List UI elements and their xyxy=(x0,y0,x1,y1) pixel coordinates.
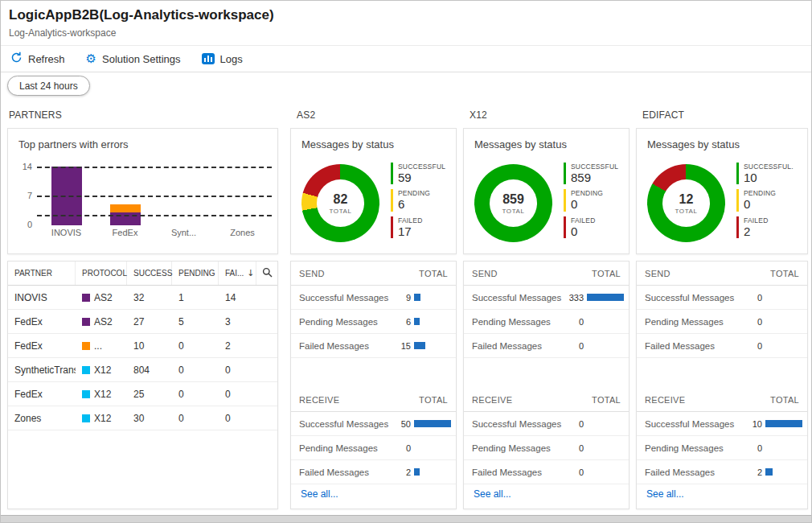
column-header-failed[interactable]: FAI... ↓ xyxy=(219,262,256,285)
legend-item-successful: SUCCESSFUL 859 xyxy=(564,163,625,184)
total-label: TOTAL xyxy=(770,269,799,278)
solution-settings-button[interactable]: ⚙ Solution Settings xyxy=(86,53,181,65)
x12-donut-chart[interactable]: 859 TOTAL xyxy=(474,164,552,242)
x12-send-section: SEND TOTAL Successful Messages 333 Pendi… xyxy=(464,262,629,358)
table-row[interactable]: SyntheticTrans X12 804 0 0 xyxy=(8,358,277,382)
partners-errors-chart-card: Top partners with errors 14 7 0 INOVIS F… xyxy=(7,128,278,254)
table-search-button[interactable] xyxy=(256,262,277,285)
partner-name: FedEx xyxy=(8,389,76,400)
section-label-as2: AS2 xyxy=(297,109,315,121)
time-range-filter[interactable]: Last 24 hours xyxy=(7,76,90,96)
section-label-x12: X12 xyxy=(470,109,487,121)
x12-messages-card: SEND TOTAL Successful Messages 333 Pendi… xyxy=(463,261,630,509)
send-header: SEND TOTAL xyxy=(291,262,456,286)
send-label: SEND xyxy=(645,269,671,278)
solution-settings-label: Solution Settings xyxy=(102,53,181,65)
failed-count: 0 xyxy=(219,413,256,424)
protocol-swatch xyxy=(82,390,90,398)
refresh-label: Refresh xyxy=(28,53,65,65)
list-item[interactable]: Failed Messages 2 xyxy=(637,460,807,484)
list-item[interactable]: Pending Messages 0 xyxy=(291,436,456,460)
send-label: SEND xyxy=(299,269,325,278)
gridline xyxy=(37,215,272,216)
send-label: SEND xyxy=(472,269,498,278)
protocol-cell: X12 xyxy=(76,389,127,400)
list-item[interactable]: Pending Messages 0 xyxy=(464,436,629,460)
partner-name: SyntheticTrans xyxy=(8,364,76,376)
list-item[interactable]: Successful Messages 50 xyxy=(291,412,456,436)
list-item[interactable]: Failed Messages 0 xyxy=(637,334,807,358)
table-row[interactable]: INOVIS AS2 32 1 14 xyxy=(8,286,277,310)
list-item[interactable]: Pending Messages 0 xyxy=(464,310,629,334)
total-count: 859 xyxy=(502,192,524,207)
protocol-cell: ... xyxy=(76,340,127,352)
x12-status-chart-card: Messages by status 859 TOTAL SUCCESSFUL … xyxy=(463,128,630,254)
as2-see-all-link[interactable]: See all... xyxy=(301,488,338,500)
table-row[interactable]: FedEx ... 10 0 2 xyxy=(8,334,277,358)
list-item[interactable]: Failed Messages 0 xyxy=(464,334,629,358)
x12-receive-section: RECEIVE TOTAL Successful Messages 0 Pend… xyxy=(464,388,629,484)
protocol-cell: X12 xyxy=(76,364,127,376)
send-header: SEND TOTAL xyxy=(637,262,807,286)
x12-see-all-link[interactable]: See all... xyxy=(474,488,511,500)
data-bar xyxy=(414,420,451,427)
list-item[interactable]: Successful Messages 0 xyxy=(637,286,807,310)
gridline xyxy=(37,167,272,168)
log-analytics-b2b-dashboard: LogicAppB2B(Log-Analytics-workspace) Log… xyxy=(0,0,812,523)
partner-name: Zones xyxy=(8,413,76,424)
list-item[interactable]: Failed Messages 0 xyxy=(464,460,629,484)
column-header-pending[interactable]: PENDING xyxy=(172,262,219,285)
legend-item-pending: PENDING 0 xyxy=(736,189,803,211)
failed-count: 0 xyxy=(219,364,256,376)
edifact-see-all-link[interactable]: See all... xyxy=(646,488,684,500)
donut-center: 82 TOTAL xyxy=(317,179,364,227)
refresh-button[interactable]: Refresh xyxy=(10,51,65,66)
list-item[interactable]: Pending Messages 0 xyxy=(637,436,807,460)
refresh-icon xyxy=(10,51,23,66)
list-item[interactable]: Pending Messages 6 xyxy=(291,310,456,334)
receive-label: RECEIVE xyxy=(645,395,685,405)
horizontal-scrollbar[interactable] xyxy=(1,515,811,522)
table-row[interactable]: Zones X12 30 0 0 xyxy=(8,406,277,430)
list-item[interactable]: Failed Messages 15 xyxy=(291,334,456,358)
column-header-success[interactable]: SUCCESS xyxy=(127,262,172,285)
failed-count: 3 xyxy=(219,316,256,327)
total-label: TOTAL xyxy=(419,269,448,278)
as2-receive-section: RECEIVE TOTAL Successful Messages 50 Pen… xyxy=(291,388,456,484)
legend-item-pending: PENDING 6 xyxy=(391,189,452,211)
chart-title: Messages by status xyxy=(301,138,394,150)
protocol-swatch xyxy=(82,342,90,350)
data-bar xyxy=(414,318,420,325)
x-axis-label: FedEx xyxy=(96,228,154,237)
receive-label: RECEIVE xyxy=(299,395,339,405)
list-item[interactable]: Successful Messages 9 xyxy=(291,286,456,310)
success-count: 10 xyxy=(127,340,172,352)
list-item[interactable]: Failed Messages 2 xyxy=(291,460,456,484)
list-item[interactable]: Successful Messages 10 xyxy=(637,412,807,436)
partners-table-header: PARTNER PROTOCOL SUCCESS PENDING FAI... … xyxy=(8,262,277,286)
column-header-partner[interactable]: PARTNER xyxy=(8,262,76,285)
table-row[interactable]: FedEx AS2 27 5 3 xyxy=(8,310,277,334)
legend-item-failed: FAILED 17 xyxy=(391,216,452,238)
legend-item-failed: FAILED 2 xyxy=(736,216,803,238)
total-count: 12 xyxy=(679,192,694,207)
edifact-donut-chart[interactable]: 12 TOTAL xyxy=(647,164,725,242)
top-partners-bar-chart[interactable] xyxy=(37,167,272,225)
data-bar xyxy=(414,342,425,349)
chart-title: Messages by status xyxy=(474,138,567,150)
data-bar xyxy=(414,294,420,301)
list-item[interactable]: Successful Messages 0 xyxy=(464,412,629,436)
list-item[interactable]: Successful Messages 333 xyxy=(464,286,629,310)
logs-button[interactable]: Logs xyxy=(202,53,243,65)
table-row[interactable]: FedEx X12 25 0 0 xyxy=(8,382,277,406)
column-header-protocol[interactable]: PROTOCOL xyxy=(76,262,127,285)
pending-count: 0 xyxy=(172,364,219,376)
gear-icon: ⚙ xyxy=(86,53,96,65)
list-item[interactable]: Pending Messages 0 xyxy=(637,310,807,334)
success-count: 25 xyxy=(127,389,172,400)
protocol-cell: X12 xyxy=(76,413,127,424)
edifact-receive-section: RECEIVE TOTAL Successful Messages 10 Pen… xyxy=(637,388,807,484)
as2-donut-chart[interactable]: 82 TOTAL xyxy=(301,164,379,242)
y-axis-tick: 0 xyxy=(13,220,32,229)
pending-count: 1 xyxy=(172,292,219,303)
